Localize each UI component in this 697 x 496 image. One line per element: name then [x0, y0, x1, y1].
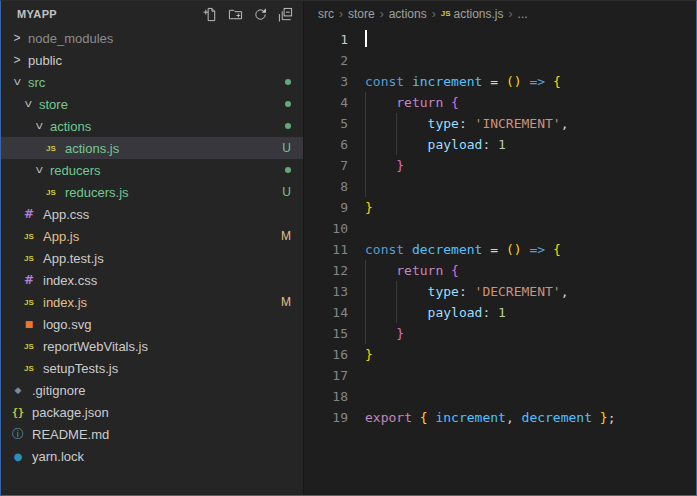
javascript-file-icon: JS: [441, 9, 451, 18]
file-item-App.css[interactable]: #App.css: [1, 203, 303, 225]
file-tree: >node_modules>public>src>store>actionsJS…: [1, 27, 303, 495]
json-file-icon: {}: [10, 407, 26, 418]
code-line-6[interactable]: payload: 1: [365, 134, 696, 155]
breadcrumb-label: src: [318, 7, 334, 21]
row-decorations: [285, 123, 303, 129]
code-token: [412, 410, 420, 425]
code-line-16[interactable]: }: [365, 344, 696, 365]
chevron-down-icon: >: [10, 75, 24, 89]
refresh-explorer-icon[interactable]: [252, 6, 268, 22]
indent-guide: [365, 176, 396, 197]
code-token: decrement: [522, 410, 592, 425]
svg-file-icon: ■: [21, 319, 37, 329]
item-label: public: [28, 53, 62, 68]
code-area[interactable]: 12345678910111213141516171819 const incr…: [304, 26, 696, 495]
code-token: }: [365, 347, 373, 362]
git-status-badge: M: [281, 229, 291, 243]
item-label: actions.js: [65, 141, 119, 156]
file-item-yarn.lock[interactable]: ●yarn.lock: [1, 445, 303, 467]
file-item-App.js[interactable]: JSApp.jsM: [1, 225, 303, 247]
row-decorations: M: [281, 295, 303, 309]
code-line-13[interactable]: type: 'DECREMENT',: [365, 281, 696, 302]
code-line-1[interactable]: [365, 29, 696, 50]
breadcrumb-label: ...: [518, 7, 528, 21]
explorer-section-header[interactable]: MYAPP: [1, 1, 303, 27]
code-token: [443, 263, 451, 278]
breadcrumb-item-store[interactable]: store: [348, 7, 375, 21]
code-line-9[interactable]: }: [365, 197, 696, 218]
file-item-reportWebVitals.js[interactable]: JSreportWebVitals.js: [1, 335, 303, 357]
file-item-.gitignore[interactable]: ◆.gitignore: [1, 379, 303, 401]
folder-item-store[interactable]: >store: [1, 93, 303, 115]
git-status-badge: M: [281, 295, 291, 309]
line-number: 2: [304, 50, 348, 71]
file-item-App.test.js[interactable]: JSApp.test.js: [1, 247, 303, 269]
file-item-actions.js[interactable]: JSactions.jsU: [1, 137, 303, 159]
file-item-index.js[interactable]: JSindex.jsM: [1, 291, 303, 313]
code-line-14[interactable]: payload: 1: [365, 302, 696, 323]
file-item-README.md[interactable]: ⓘREADME.md: [1, 423, 303, 445]
breadcrumb-item-...[interactable]: ...: [518, 7, 528, 21]
css-file-icon: #: [21, 207, 37, 221]
code-line-4[interactable]: return {: [365, 92, 696, 113]
breadcrumb-item-actions.js[interactable]: JSactions.js: [441, 7, 504, 21]
code-token: {: [420, 410, 428, 425]
folder-item-src[interactable]: >src: [1, 71, 303, 93]
folder-item-actions[interactable]: >actions: [1, 115, 303, 137]
code-line-11[interactable]: const decrement = () => {: [365, 239, 696, 260]
indent-guide: [365, 134, 396, 155]
code-token: const: [365, 74, 412, 89]
code-line-19[interactable]: export { increment, decrement };: [365, 407, 696, 428]
code-token: =>: [529, 74, 545, 89]
file-item-index.css[interactable]: #index.css: [1, 269, 303, 291]
code-line-10[interactable]: [365, 218, 696, 239]
code-token: =: [482, 74, 505, 89]
item-label: App.css: [43, 207, 89, 222]
folder-item-node_modules[interactable]: >node_modules: [1, 27, 303, 49]
file-item-setupTests.js[interactable]: JSsetupTests.js: [1, 357, 303, 379]
item-label: index.js: [43, 295, 87, 310]
code-token: ,: [506, 410, 522, 425]
code-line-5[interactable]: type: 'INCREMENT',: [365, 113, 696, 134]
code-line-3[interactable]: const increment = () => {: [365, 71, 696, 92]
folder-item-public[interactable]: >public: [1, 49, 303, 71]
item-label: actions: [50, 119, 91, 134]
gutter: 12345678910111213141516171819: [304, 29, 348, 495]
code-line-2[interactable]: [365, 50, 696, 71]
new-file-icon[interactable]: [202, 6, 218, 22]
line-number: 10: [304, 218, 348, 239]
file-item-reducers.js[interactable]: JSreducers.jsU: [1, 181, 303, 203]
javascript-file-icon: JS: [43, 144, 59, 153]
code-line-8[interactable]: [365, 176, 696, 197]
code-line-12[interactable]: return {: [365, 260, 696, 281]
breadcrumb-separator: ›: [380, 7, 384, 21]
line-number: 15: [304, 323, 348, 344]
breadcrumb-label: actions.js: [454, 7, 504, 21]
code-line-18[interactable]: [365, 386, 696, 407]
javascript-file-icon: JS: [21, 232, 37, 241]
row-decorations: U: [282, 185, 303, 199]
code-line-15[interactable]: }: [365, 323, 696, 344]
code-token: }: [396, 326, 404, 341]
editor-pane: src›store›actions›JSactions.js›... 12345…: [304, 1, 696, 495]
indent-guide: [365, 302, 396, 323]
modified-contents-dot: [285, 101, 291, 107]
breadcrumb-item-src[interactable]: src: [318, 7, 334, 21]
line-number: 19: [304, 407, 348, 428]
breadcrumb-item-actions[interactable]: actions: [389, 7, 427, 21]
collapse-folders-icon[interactable]: [277, 6, 293, 22]
line-number: 17: [304, 365, 348, 386]
code-token: increment: [412, 74, 482, 89]
code-lines[interactable]: const increment = () => {return {type: '…: [348, 29, 696, 495]
readme-info-icon: ⓘ: [10, 426, 26, 443]
code-line-7[interactable]: }: [365, 155, 696, 176]
new-folder-icon[interactable]: [227, 6, 243, 22]
chevron-down-icon: >: [32, 163, 46, 177]
breadcrumb-separator: ›: [339, 7, 343, 21]
file-item-logo.svg[interactable]: ■logo.svg: [1, 313, 303, 335]
code-line-17[interactable]: [365, 365, 696, 386]
folder-item-reducers[interactable]: >reducers: [1, 159, 303, 181]
code-token: type: [428, 116, 459, 131]
file-item-package.json[interactable]: {}package.json: [1, 401, 303, 423]
code-token: [443, 95, 451, 110]
